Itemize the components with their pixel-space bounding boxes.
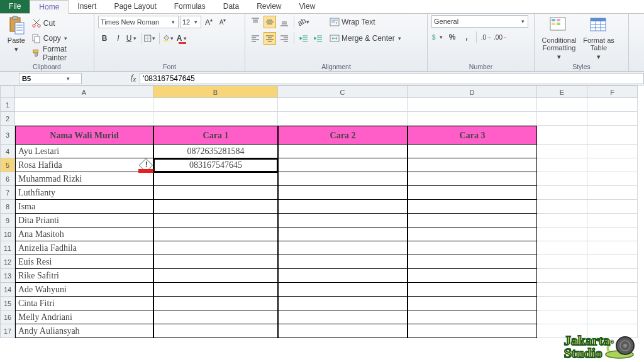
decrease-decimal-button[interactable]: .00← [494, 31, 507, 43]
cell[interactable]: Euis Resi [15, 255, 153, 269]
cell[interactable] [408, 241, 537, 255]
cell[interactable] [537, 228, 587, 241]
cell[interactable] [15, 98, 153, 112]
currency-button[interactable]: $▾ [431, 31, 444, 43]
cell[interactable] [587, 241, 638, 255]
percent-button[interactable]: % [446, 31, 458, 43]
cell[interactable]: Andy Auliansyah [15, 324, 153, 338]
cell[interactable] [153, 214, 278, 228]
dropdown-icon[interactable]: ▾ [65, 75, 71, 82]
cell[interactable] [408, 145, 537, 158]
cell[interactable] [537, 241, 587, 255]
align-center-button[interactable] [264, 32, 276, 45]
cell[interactable] [153, 283, 278, 297]
cell[interactable]: Cara 2 [278, 126, 408, 145]
cell[interactable] [278, 241, 408, 255]
cell[interactable]: Nama Wali Murid [15, 126, 153, 145]
orientation-button[interactable]: ab▾ [297, 16, 310, 28]
cell[interactable] [408, 255, 537, 269]
cell-selected[interactable]: 083167547645 [153, 158, 278, 172]
cell[interactable] [408, 310, 537, 324]
grow-font-button[interactable]: A▴ [203, 16, 215, 28]
cell[interactable] [587, 214, 638, 228]
row-header[interactable]: 5 [0, 158, 15, 172]
row-header[interactable]: 10 [0, 228, 15, 241]
paste-button[interactable]: Paste ▾ [4, 15, 29, 53]
cell[interactable] [587, 112, 638, 126]
cell[interactable] [153, 172, 278, 186]
italic-button[interactable]: I [112, 32, 125, 45]
cell[interactable]: Isma [15, 200, 153, 214]
cell[interactable]: Cinta Fitri [15, 297, 153, 310]
row-header[interactable]: 3 [0, 126, 15, 145]
cell[interactable] [278, 98, 408, 112]
cell[interactable] [587, 98, 638, 112]
cell[interactable]: Cara 1 [153, 126, 278, 145]
cell[interactable] [278, 200, 408, 214]
cell[interactable]: Cara 3 [408, 126, 537, 145]
shrink-font-button[interactable]: A▾ [216, 16, 229, 28]
cell[interactable] [153, 255, 278, 269]
cell[interactable] [587, 255, 638, 269]
cell[interactable] [153, 228, 278, 241]
bold-button[interactable]: B [98, 32, 111, 45]
col-header[interactable]: A [15, 85, 153, 98]
cell[interactable] [537, 186, 587, 200]
cell[interactable] [408, 186, 537, 200]
row-header[interactable]: 8 [0, 200, 15, 214]
cell[interactable] [537, 310, 587, 324]
cell[interactable] [15, 112, 153, 126]
cell[interactable] [587, 186, 638, 200]
row-header[interactable]: 12 [0, 255, 15, 269]
row-header[interactable]: 16 [0, 310, 15, 324]
cell[interactable] [408, 324, 537, 338]
cell[interactable] [587, 283, 638, 297]
row-header[interactable]: 9 [0, 214, 15, 228]
fill-color-button[interactable]: ▾ [162, 32, 175, 45]
border-button[interactable]: ▾ [144, 32, 157, 45]
font-size-combo[interactable]: 12▾ [180, 16, 201, 28]
cell[interactable] [408, 158, 537, 172]
fx-icon[interactable]: fx [131, 73, 136, 83]
cell[interactable] [537, 297, 587, 310]
cell[interactable]: Muhammad Rizki [15, 172, 153, 186]
cell[interactable] [587, 126, 638, 145]
cell[interactable] [153, 112, 278, 126]
row-header[interactable]: 4 [0, 145, 15, 158]
row-header[interactable]: 7 [0, 186, 15, 200]
cell[interactable] [278, 186, 408, 200]
cut-button[interactable]: Cut [31, 16, 90, 30]
cell[interactable] [587, 200, 638, 214]
name-box-input[interactable] [19, 75, 65, 82]
cell[interactable] [408, 200, 537, 214]
cell[interactable] [278, 297, 408, 310]
cell[interactable]: Ade Wahyuni [15, 283, 153, 297]
cell[interactable] [408, 214, 537, 228]
cell[interactable] [408, 269, 537, 283]
cell[interactable] [278, 214, 408, 228]
cell[interactable] [587, 145, 638, 158]
cell[interactable] [278, 228, 408, 241]
cell[interactable] [153, 200, 278, 214]
tab-page-layout[interactable]: Page Layout [105, 0, 165, 13]
cell[interactable] [537, 324, 587, 338]
cell[interactable] [153, 241, 278, 255]
tab-insert[interactable]: Insert [69, 0, 105, 13]
cell[interactable] [587, 269, 638, 283]
col-header[interactable]: D [408, 85, 537, 98]
cell[interactable]: Rike Safitri [15, 269, 153, 283]
cell[interactable] [537, 145, 587, 158]
tab-data[interactable]: Data [214, 0, 248, 13]
cell[interactable] [153, 186, 278, 200]
row-header[interactable]: 1 [0, 98, 15, 112]
cell[interactable] [537, 269, 587, 283]
merge-center-button[interactable]: Merge & Center▾ [330, 31, 403, 45]
select-all-corner[interactable] [0, 85, 15, 98]
cell[interactable] [537, 283, 587, 297]
cell[interactable]: Anizelia Fadhila [15, 241, 153, 255]
cell[interactable] [153, 269, 278, 283]
row-header[interactable]: 17 [0, 324, 15, 338]
conditional-formatting-button[interactable]: Conditional Formatting▾ [538, 15, 580, 60]
cell[interactable] [408, 297, 537, 310]
indent-decrease-button[interactable] [297, 32, 310, 45]
